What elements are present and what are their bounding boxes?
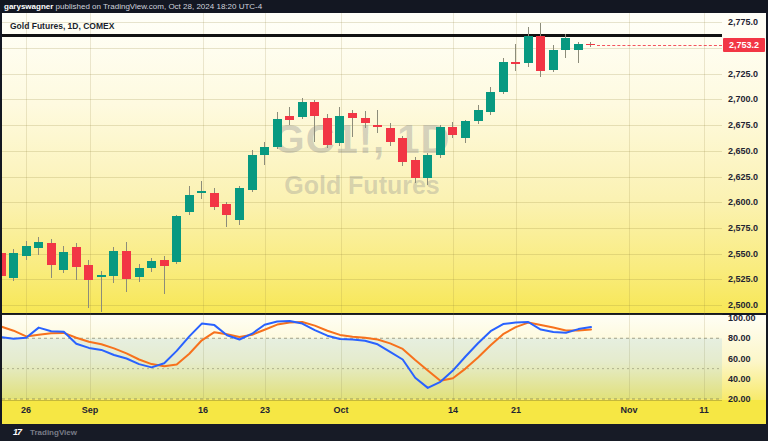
candle-body xyxy=(536,36,545,71)
last-price-label: 2,753.2 xyxy=(723,38,765,52)
time-tick: 23 xyxy=(260,405,270,415)
candle-body xyxy=(135,268,144,277)
candle-wick xyxy=(377,110,378,134)
candle-body xyxy=(574,44,583,50)
candle-body xyxy=(373,125,382,127)
time-tick: 26 xyxy=(21,405,31,415)
candle-body xyxy=(22,246,31,255)
oscillator-tick: 40.00 xyxy=(728,374,751,384)
oscillator-tick: 20.00 xyxy=(728,394,751,404)
candle-body xyxy=(72,247,81,267)
price-tick: 2,550.0 xyxy=(728,249,758,259)
candle-body xyxy=(486,92,495,112)
candle-body xyxy=(185,195,194,212)
candle-body xyxy=(298,102,307,116)
price-tick: 2,775.0 xyxy=(728,17,758,27)
candle-body xyxy=(235,188,244,220)
candle-body xyxy=(310,102,319,115)
time-tick: Nov xyxy=(620,405,637,415)
candle-body xyxy=(561,38,570,50)
candle-body xyxy=(423,155,432,178)
candle-body xyxy=(285,116,294,120)
tradingview-wordmark[interactable]: TradingView xyxy=(30,428,77,437)
candle-body xyxy=(59,252,68,271)
price-tick: 2,675.0 xyxy=(728,120,758,130)
candle-wick xyxy=(201,181,202,200)
oscillator-tick: 80.00 xyxy=(728,333,751,343)
price-gridline xyxy=(2,305,722,306)
candle-body xyxy=(448,127,457,135)
candle-body xyxy=(97,275,106,277)
stochastic-pane xyxy=(2,315,722,400)
price-gridline xyxy=(2,48,722,49)
candle-body xyxy=(260,147,269,155)
price-gridline xyxy=(2,177,722,178)
oscillator-tick: 100.00 xyxy=(728,313,756,323)
price-axis-background xyxy=(722,13,766,313)
price-gridline xyxy=(2,202,722,203)
time-tick: Oct xyxy=(333,405,348,415)
chart-plot-area[interactable]: GC1!, 1D Gold Futures Gold Futures, 1D, … xyxy=(2,13,722,424)
published-text: published on TradingView.com, Oct 28, 20… xyxy=(53,2,262,11)
candle-body xyxy=(361,118,370,123)
candle-body xyxy=(222,204,231,214)
candle-body xyxy=(511,62,520,64)
candle-body xyxy=(524,36,533,64)
price-gridline xyxy=(2,228,722,229)
price-tick: 2,600.0 xyxy=(728,197,758,207)
time-tick: 16 xyxy=(198,405,208,415)
candle-body xyxy=(386,128,395,141)
price-gridline xyxy=(2,74,722,75)
candle-body xyxy=(411,160,420,177)
candle-body xyxy=(9,253,18,279)
published-bar: garyswagner published on TradingView.com… xyxy=(0,0,768,13)
tradingview-snapshot: garyswagner published on TradingView.com… xyxy=(0,0,768,441)
price-tick: 2,525.0 xyxy=(728,274,758,284)
candle-body xyxy=(474,110,483,121)
author-link[interactable]: garyswagner xyxy=(4,2,53,11)
last-price-dashed-line xyxy=(597,45,722,46)
price-tick: 2,625.0 xyxy=(728,172,758,182)
candle-body xyxy=(2,253,6,277)
price-axis[interactable]: 2,775.02,725.02,700.02,675.02,650.02,625… xyxy=(722,13,766,424)
candle-body xyxy=(323,118,332,145)
candle-body xyxy=(499,62,508,92)
candle-body xyxy=(160,260,169,266)
tradingview-logo-icon[interactable]: 17 xyxy=(13,427,21,437)
candle-body xyxy=(335,116,344,143)
candle-body xyxy=(348,113,357,118)
chart-title: Gold Futures, 1D, COMEX xyxy=(10,21,114,31)
footer-bar: 17 TradingView xyxy=(0,424,768,441)
candle-body xyxy=(248,155,257,190)
candle-body xyxy=(436,127,445,155)
oscillator-tick: 60.00 xyxy=(728,354,751,364)
candle-body xyxy=(84,265,93,280)
candle-body xyxy=(461,121,470,138)
price-tick: 2,700.0 xyxy=(728,94,758,104)
time-tick: 21 xyxy=(511,405,521,415)
candle-body xyxy=(398,138,407,162)
candle-body xyxy=(122,251,131,280)
price-gridline xyxy=(2,279,722,280)
candle-body xyxy=(47,243,56,265)
price-tick: 2,650.0 xyxy=(728,146,758,156)
pane-separator[interactable] xyxy=(2,314,722,315)
candle-body xyxy=(109,251,118,277)
price-tick: 2,500.0 xyxy=(728,300,758,310)
time-tick: 11 xyxy=(699,405,709,415)
candle-body xyxy=(273,119,282,147)
time-axis-separator xyxy=(2,400,722,401)
price-tick: 2,575.0 xyxy=(728,223,758,233)
resistance-trendline xyxy=(2,34,722,36)
candle-body xyxy=(210,193,219,207)
price-tick: 2,725.0 xyxy=(728,69,758,79)
candle-body xyxy=(172,216,181,262)
candle-body xyxy=(197,191,206,193)
time-tick: 14 xyxy=(448,405,458,415)
price-gridline xyxy=(2,99,722,100)
candle-body xyxy=(549,50,558,70)
candle-body xyxy=(586,44,595,45)
time-axis-background[interactable] xyxy=(2,400,722,424)
candle-body xyxy=(147,261,156,268)
candle-wick xyxy=(515,44,516,71)
